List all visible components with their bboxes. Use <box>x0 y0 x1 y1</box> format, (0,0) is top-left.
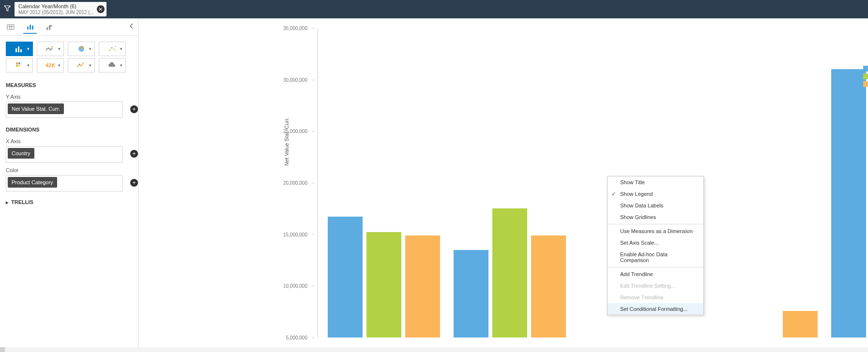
section-measures: MEASURES <box>0 75 138 91</box>
y-axis-labels: 5,000,00010,000,00015,000,00020,000,0002… <box>168 28 310 337</box>
menu-separator <box>608 224 703 224</box>
svg-text:+: + <box>9 5 11 8</box>
add-measure-button[interactable]: + <box>130 105 138 113</box>
top-filter-bar: + Calendar Year/Month (6) MAY 2012 (05/2… <box>0 0 868 18</box>
section-dimensions: DIMENSIONS <box>0 120 138 135</box>
legend-swatch-3 <box>863 81 868 87</box>
trellis-label: TRELLIS <box>11 199 33 205</box>
svg-rect-20 <box>16 65 18 67</box>
filter-tag-subtitle: MAY 2012 (05/2012), JUN 2012 (... <box>18 10 94 15</box>
menu-show-legend[interactable]: ✓ Show Legend <box>608 188 703 200</box>
svg-rect-5 <box>27 27 29 29</box>
legend-swatch-2 <box>863 73 868 79</box>
y-tick-label: 25,000,000 <box>283 129 307 134</box>
legend-swatch-1 <box>863 66 868 72</box>
scrollbar-thumb[interactable] <box>0 347 5 352</box>
chart-type-selector: ▾ ▾ ▾ + ▾ ▾ 42K ▾ <box>0 36 138 75</box>
svg-rect-8 <box>46 27 48 30</box>
color-drop-zone[interactable]: Product Category <box>6 175 122 191</box>
color-label: Color <box>0 164 138 174</box>
bar[interactable] <box>366 232 401 337</box>
svg-rect-12 <box>20 49 22 52</box>
menu-remove-trendline: Remove Trendline <box>608 292 703 303</box>
svg-rect-6 <box>30 25 31 29</box>
menu-set-conditional-formatting[interactable]: Set Conditional Formatting... <box>608 303 703 315</box>
chevron-right-icon: ▸ <box>6 200 8 205</box>
svg-rect-11 <box>18 46 19 52</box>
menu-use-measures-dimension[interactable]: Use Measures as a Dimension <box>608 225 703 237</box>
y-tick-label: 20,000,000 <box>283 180 307 186</box>
horizontal-scrollbar[interactable] <box>0 347 868 352</box>
chart-plot: 5,000,00010,000,00015,000,00020,000,0002… <box>168 28 858 337</box>
svg-rect-19 <box>18 62 20 64</box>
bar[interactable] <box>783 311 818 337</box>
svg-rect-1 <box>7 25 14 29</box>
tab-chart-builder-icon[interactable] <box>23 20 37 34</box>
chart-type-scatter[interactable]: + ▾ <box>99 42 126 56</box>
svg-rect-21 <box>18 65 20 67</box>
tab-table-icon[interactable] <box>4 20 17 34</box>
xaxis-drop-zone[interactable]: Country <box>6 146 122 162</box>
pill-product-category[interactable]: Product Category <box>8 177 57 188</box>
svg-text:+: + <box>115 45 117 48</box>
menu-show-title[interactable]: Show Title <box>608 176 703 188</box>
y-tick-label: 5,000,000 <box>286 335 308 340</box>
builder-sidebar: ▾ ▾ ▾ + ▾ ▾ 42K ▾ <box>0 18 138 352</box>
svg-point-16 <box>114 49 115 50</box>
svg-rect-7 <box>32 26 33 29</box>
check-icon: ✓ <box>611 191 616 197</box>
svg-point-23 <box>81 65 82 67</box>
filter-tag[interactable]: Calendar Year/Month (6) MAY 2012 (05/201… <box>15 2 107 16</box>
svg-point-15 <box>111 47 113 49</box>
tab-chart-style-icon[interactable] <box>43 20 56 34</box>
add-xaxis-button[interactable]: + <box>130 150 138 158</box>
menu-add-trendline[interactable]: Add Trendline <box>608 268 703 280</box>
y-tick-label: 15,000,000 <box>283 232 307 237</box>
add-color-button[interactable]: + <box>130 179 138 187</box>
filter-tag-title: Calendar Year/Month (6) <box>18 3 94 10</box>
y-tick-label: 35,000,000 <box>283 26 307 31</box>
sidebar-tabrow <box>0 18 138 36</box>
pill-net-value[interactable]: Net Value Stat. Curr. <box>8 103 64 114</box>
chart-context-menu: Show Title ✓ Show Legend Show Data Label… <box>607 176 704 315</box>
filter-tag-remove[interactable]: ✕ <box>97 5 105 13</box>
chart-type-pie[interactable]: ▾ <box>68 42 95 56</box>
yaxis-label: Y Axis <box>0 91 138 101</box>
y-tick-label: 10,000,000 <box>283 283 307 289</box>
chart-type-heatmap[interactable]: ▾ <box>6 58 33 73</box>
bar[interactable] <box>454 250 488 337</box>
yaxis-drop-zone[interactable]: Net Value Stat. Curr. <box>6 102 122 118</box>
svg-rect-18 <box>16 62 18 64</box>
section-trellis[interactable]: ▸ TRELLIS <box>0 193 138 211</box>
chart-type-bar[interactable]: ▾ <box>6 42 33 56</box>
xaxis-label: X Axis <box>0 135 138 145</box>
sidebar-collapse-icon[interactable] <box>129 22 134 31</box>
chart-type-line[interactable]: ▾ <box>37 42 64 56</box>
bars-area <box>318 28 853 337</box>
bar[interactable] <box>405 235 440 337</box>
svg-point-14 <box>109 50 111 51</box>
y-tick-label: 30,000,000 <box>283 77 307 82</box>
menu-separator <box>608 267 703 267</box>
bar[interactable] <box>831 69 866 337</box>
chart-type-number[interactable]: 42K ▾ <box>37 58 64 73</box>
svg-rect-10 <box>15 48 17 52</box>
bar[interactable] <box>492 208 527 337</box>
menu-enable-adhoc[interactable]: Enable Ad-hoc Data Comparison <box>608 249 703 266</box>
menu-set-axis-scale[interactable]: Set Axis Scale... <box>608 237 703 249</box>
menu-show-gridlines[interactable]: Show Gridlines <box>608 211 703 223</box>
chart-type-cloud[interactable]: ▾ <box>99 58 126 73</box>
menu-show-data-labels[interactable]: Show Data Labels <box>608 200 703 211</box>
chart-type-combo[interactable]: ▾ <box>68 58 95 73</box>
bar[interactable] <box>531 235 566 337</box>
menu-edit-trendline: Edit Trendline Setting... <box>608 280 703 292</box>
pill-country[interactable]: Country <box>8 148 34 159</box>
bar[interactable] <box>328 217 363 337</box>
svg-point-22 <box>79 64 80 65</box>
chart-canvas[interactable]: Net Value Stat. Curr. 5,000,00010,000,00… <box>138 18 868 352</box>
add-filter-icon[interactable]: + <box>3 5 13 14</box>
